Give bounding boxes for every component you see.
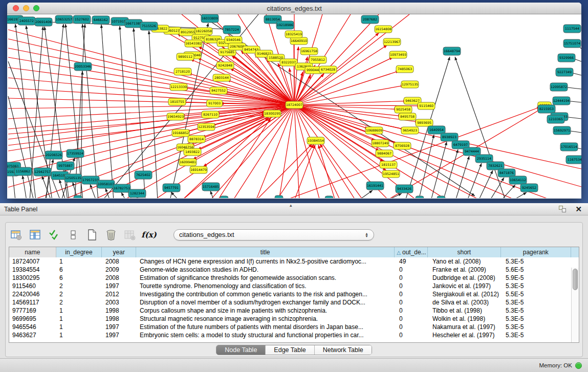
table-cell[interactable]: 1997 [102,282,137,290]
table-selector-dropdown[interactable]: citations_edges.txt ▲▼ [173,229,374,240]
table-cell[interactable]: 5.6E-5 [503,266,573,274]
table-cell[interactable]: 1 [56,323,102,331]
table-cell[interactable]: Genome-wide association studies in ADHD. [137,266,396,274]
table-cell[interactable]: 1997 [102,323,137,331]
graph-edge[interactable] [478,170,493,198]
table-row[interactable]: 1830029562008Estimation of significance … [9,274,579,282]
table-row[interactable]: 1872400712008Changes of HCN gene express… [9,257,579,266]
table-cell[interactable]: 5.3E-5 [503,331,573,339]
graph-edge[interactable] [23,176,27,198]
table-cell[interactable]: Investigating the contribution of common… [137,290,396,298]
table-cell[interactable]: Estimation of significance thresholds fo… [137,274,396,282]
table-cell[interactable]: 0 [396,323,429,331]
vertical-scrollbar[interactable] [571,268,579,342]
graph-edge[interactable] [276,144,314,198]
table-cell[interactable]: Dudbridge et al. (2008) [429,274,503,282]
table-cell[interactable]: Structural magnetic resonance image aver… [137,315,396,323]
scrollbar-thumb[interactable] [573,269,578,290]
tab-node-table[interactable]: Node Table [216,345,266,355]
graph-edge[interactable] [431,142,447,198]
table-row[interactable]: 946362711997Embryonic stem cells: a mode… [9,331,579,339]
table-row[interactable]: 977716911998Corpus callosum shape and si… [9,307,579,315]
table-cell[interactable]: 22420046 [9,290,56,298]
table-cell[interactable]: 18724007 [9,257,56,266]
table-cell[interactable]: 1997 [102,331,137,339]
table-cell[interactable]: 5.9E-5 [503,274,573,282]
table-cell[interactable]: 0 [396,298,429,307]
table-cell[interactable]: 0 [396,307,429,315]
table-cell[interactable]: 1 [56,331,102,339]
window-titlebar[interactable]: citations_edges.txt [7,3,581,14]
table-cell[interactable]: 2008 [102,274,137,282]
table-cell[interactable]: Disruption of a novel member of a sodium… [137,298,396,307]
graph-edge[interactable] [490,178,504,198]
graph-edge[interactable] [82,24,98,198]
tab-edge-table[interactable]: Edge Table [266,345,314,355]
table-row[interactable]: 946554611997Estimation of the future num… [9,323,579,331]
table-cell[interactable]: Corpus callosum shape and size in male p… [137,307,396,315]
column-header-in_degree[interactable]: in_degree [56,247,102,257]
new-document-icon[interactable] [85,228,99,242]
graph-node[interactable] [220,196,228,198]
graph-edge[interactable] [8,30,294,105]
table-cell[interactable]: Stergiakouli et al. (2012) [429,290,503,298]
graph-edge[interactable] [8,96,34,198]
table-cell[interactable]: 6 [56,274,102,282]
table-cell[interactable]: 9463627 [9,331,56,339]
graph-node[interactable] [325,196,333,198]
graph-edge[interactable] [8,115,266,145]
table-cell[interactable]: Embryonic stem cells: a model to study s… [137,331,396,339]
column-header-title[interactable]: title [136,247,395,257]
column-header-name[interactable]: name [9,247,56,257]
column-header-pagerank[interactable]: pagerank [501,247,572,257]
column-header-year[interactable]: year [102,247,136,257]
minimize-button[interactable] [23,5,29,11]
graph-edge[interactable] [8,78,294,105]
table-cell[interactable]: 5.3E-5 [503,257,573,266]
column-header-short[interactable]: short [428,247,500,257]
graph-edge[interactable] [501,185,515,198]
table-cell[interactable]: 2009 [102,266,137,274]
table-cell[interactable]: Changes of HCN gene expression and I(f) … [137,257,396,266]
graph-node[interactable] [275,195,283,198]
table-settings-icon[interactable] [10,228,23,242]
close-button[interactable] [13,5,19,11]
table-cell[interactable]: 9465546 [9,323,56,331]
column-select-icon[interactable] [29,228,42,242]
splitter-arrow-icon[interactable]: ▴ [290,203,292,208]
graph-edge[interactable] [320,144,356,198]
table-cell[interactable]: Jankovic et al. (1997) [429,282,503,290]
table-cell[interactable]: 18300295 [9,274,56,282]
table-cell[interactable]: 19384554 [9,266,56,274]
table-cell[interactable]: 9699695 [9,315,56,323]
table-row[interactable]: 911546021997Tourette syndrome. Phenomeno… [9,282,579,290]
table-cell[interactable]: 1 [56,315,102,323]
table-cell[interactable]: 0 [396,290,429,298]
graph-node[interactable] [416,196,424,198]
select-checkmarks-icon[interactable] [48,228,61,242]
network-graph[interactable]: 1872400788601238912955182260589127503165… [7,14,581,198]
graph-edge[interactable] [120,26,131,198]
table-cell[interactable]: 0 [396,331,429,339]
graph-edge[interactable] [294,101,407,105]
graph-edge[interactable] [279,105,294,198]
table-cell[interactable]: Wolkin et al. (1998) [429,315,503,323]
table-cell[interactable]: Estimation of the future numbers of pati… [137,323,396,331]
table-cell[interactable]: Tourette syndrome. Phenomenology and cla… [137,282,396,290]
table-cell[interactable]: 1998 [102,307,137,315]
tab-network-table[interactable]: Network Table [315,345,372,355]
graph-node[interactable] [437,196,445,198]
table-cell[interactable]: 1998 [102,315,137,323]
column-header-out_de[interactable]: △out_de... [395,247,428,257]
memory-status-indicator[interactable] [575,362,582,369]
graph-edge[interactable] [294,105,340,198]
graph-edge[interactable] [90,184,96,198]
function-builder-icon[interactable]: f(x) [142,228,156,242]
table-cell[interactable]: 0 [396,266,429,274]
graph-edge[interactable] [294,105,402,116]
table-cell[interactable]: 6 [56,266,102,274]
network-canvas[interactable]: 1872400788601238912955182260589127503165… [7,14,581,198]
table-row[interactable]: 2242004622012Investigating the contribut… [9,290,579,298]
table-cell[interactable]: de Silva et al. (2003) [429,298,503,307]
table-cell[interactable]: 9777169 [9,307,56,315]
